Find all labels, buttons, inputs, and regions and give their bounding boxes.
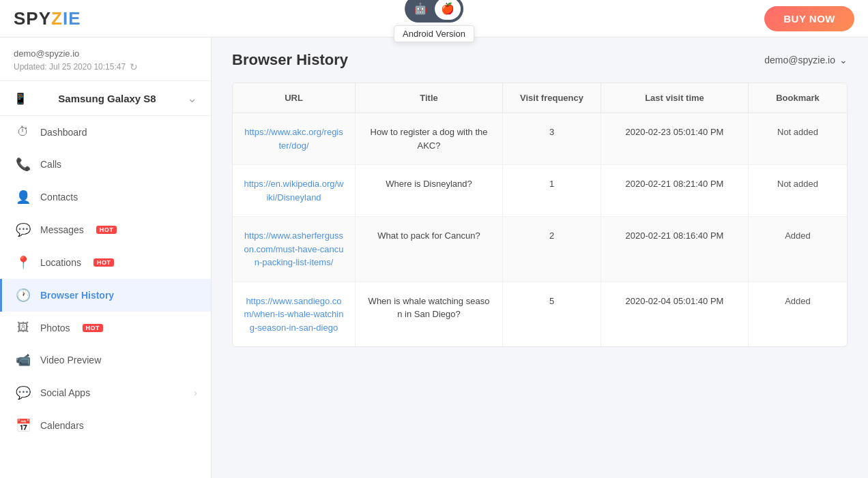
row2-last-visit: 2020-02-21 08:21:40 PM — [601, 165, 749, 216]
sidebar-item-social-apps[interactable]: 💬 Social Apps › — [0, 376, 211, 409]
row4-frequency: 5 — [503, 282, 601, 347]
refresh-icon[interactable]: ↻ — [130, 61, 138, 72]
sidebar-label-video-preview: Video Preview — [40, 355, 101, 365]
sidebar-item-locations[interactable]: 📍 Locations HOT — [0, 246, 211, 279]
photos-icon: 🖼 — [16, 320, 31, 335]
row3-bookmark: Added — [749, 217, 847, 282]
row2-frequency: 1 — [503, 165, 601, 216]
social-apps-icon: 💬 — [16, 385, 31, 400]
logo-z: Z — [51, 8, 63, 29]
logo-ie: IE — [63, 8, 81, 29]
col-frequency: Visit frequency — [503, 83, 601, 113]
sidebar-item-calendars[interactable]: 📅 Calendars — [0, 409, 211, 442]
table-row: https://www.asherfergusson.com/must-have… — [233, 217, 847, 282]
sidebar: demo@spyzie.io Updated: Jul 25 2020 10:1… — [0, 38, 212, 478]
row1-last-visit: 2020-02-23 05:01:40 PM — [601, 113, 749, 164]
table-row: https://www.akc.org/register/dog/ How to… — [233, 113, 847, 165]
sidebar-nav: ⏱ Dashboard 📞 Calls 👤 Contacts 💬 Message… — [0, 116, 211, 442]
ios-platform-button[interactable]: 🍎 — [435, 0, 461, 20]
row1-bookmark: Not added — [749, 113, 847, 164]
page-title: Browser History — [232, 51, 348, 69]
chevron-down-icon: ⌄ — [187, 91, 197, 106]
account-info[interactable]: demo@spyzie.io ⌄ — [764, 55, 848, 65]
updated-time: Updated: Jul 25 2020 10:15:47 ↻ — [14, 61, 197, 72]
calls-icon: 📞 — [16, 157, 31, 172]
contacts-icon: 👤 — [16, 190, 31, 205]
sidebar-label-dashboard: Dashboard — [40, 127, 87, 138]
sidebar-label-contacts: Contacts — [40, 192, 78, 203]
social-apps-arrow-icon: › — [194, 387, 197, 398]
col-last-visit: Last visit time — [601, 83, 749, 113]
sidebar-label-messages: Messages — [40, 224, 84, 235]
row1-url: https://www.akc.org/register/dog/ — [233, 113, 356, 164]
platform-tooltip: Android Version — [394, 25, 474, 42]
locations-hot-badge: HOT — [93, 258, 115, 267]
table-header: URL Title Visit frequency Last visit tim… — [233, 83, 847, 113]
sidebar-item-messages[interactable]: 💬 Messages HOT — [0, 213, 211, 246]
col-title: Title — [356, 83, 503, 113]
messages-hot-badge: HOT — [96, 226, 117, 234]
app-logo: SPYZIE — [14, 8, 81, 29]
device-name: Samsung Galaxy S8 — [58, 93, 156, 104]
row3-url: https://www.asherfergusson.com/must-have… — [233, 217, 356, 282]
sidebar-item-dashboard[interactable]: ⏱ Dashboard — [0, 116, 211, 148]
account-email: demo@spyzie.io — [764, 55, 835, 65]
platform-buttons: 🤖 🍎 — [405, 0, 463, 23]
row2-title: Where is Disneyland? — [356, 165, 503, 216]
browser-history-icon: 🕐 — [16, 288, 31, 303]
account-chevron-icon: ⌄ — [839, 55, 848, 65]
row2-bookmark: Not added — [749, 165, 847, 216]
sidebar-label-calendars: Calendars — [40, 420, 84, 431]
main-layout: demo@spyzie.io Updated: Jul 25 2020 10:1… — [0, 38, 868, 478]
sidebar-label-calls: Calls — [40, 159, 61, 170]
row4-last-visit: 2020-02-04 05:01:40 PM — [601, 282, 749, 347]
row4-title: When is whale watching season in San Die… — [356, 282, 503, 347]
device-selector[interactable]: 📱 Samsung Galaxy S8 ⌄ — [0, 81, 211, 116]
row1-frequency: 3 — [503, 113, 601, 164]
calendars-icon: 📅 — [16, 418, 31, 433]
sidebar-label-social-apps: Social Apps — [40, 387, 90, 398]
table-row: https://www.sandiego.com/when-is-whale-w… — [233, 282, 847, 347]
row4-bookmark: Added — [749, 282, 847, 347]
platform-switcher: 🤖 🍎 Android Version — [394, 0, 474, 42]
sidebar-item-video-preview[interactable]: 📹 Video Preview — [0, 344, 211, 376]
sidebar-label-locations: Locations — [40, 257, 81, 268]
browser-history-table: URL Title Visit frequency Last visit tim… — [232, 83, 848, 347]
content-header: Browser History demo@spyzie.io ⌄ — [232, 51, 848, 69]
video-preview-icon: 📹 — [16, 353, 31, 368]
android-platform-button[interactable]: 🤖 — [407, 0, 433, 20]
col-url: URL — [233, 83, 356, 113]
row2-url: https://en.wikipedia.org/wiki/Disneyland — [233, 165, 356, 216]
table-row: https://en.wikipedia.org/wiki/Disneyland… — [233, 165, 847, 217]
main-content: Browser History demo@spyzie.io ⌄ URL Tit… — [212, 38, 868, 478]
topbar: SPYZIE 🤖 🍎 Android Version BUY NOW — [0, 0, 868, 38]
row4-url: https://www.sandiego.com/when-is-whale-w… — [233, 282, 356, 347]
device-section: demo@spyzie.io Updated: Jul 25 2020 10:1… — [0, 38, 211, 81]
dashboard-icon: ⏱ — [16, 125, 31, 139]
sidebar-item-contacts[interactable]: 👤 Contacts — [0, 181, 211, 213]
buy-now-button[interactable]: BUY NOW — [764, 6, 854, 31]
sidebar-label-browser-history: Browser History — [40, 290, 114, 301]
row3-frequency: 2 — [503, 217, 601, 282]
row3-last-visit: 2020-02-21 08:16:40 PM — [601, 217, 749, 282]
col-bookmark: Bookmark — [749, 83, 847, 113]
locations-icon: 📍 — [16, 255, 31, 270]
updated-time-text: Updated: Jul 25 2020 10:15:47 — [14, 62, 126, 72]
sidebar-item-calls[interactable]: 📞 Calls — [0, 148, 211, 181]
sidebar-item-browser-history[interactable]: 🕐 Browser History — [0, 279, 211, 312]
sidebar-label-photos: Photos — [40, 323, 70, 333]
user-email: demo@spyzie.io — [14, 48, 197, 59]
photos-hot-badge: HOT — [83, 324, 104, 332]
messages-icon: 💬 — [16, 222, 31, 237]
row1-title: How to register a dog with the AKC? — [356, 113, 503, 164]
row3-title: What to pack for Cancun? — [356, 217, 503, 282]
device-icon: 📱 — [14, 92, 27, 105]
logo-spy: SPY — [14, 8, 51, 29]
sidebar-item-photos[interactable]: 🖼 Photos HOT — [0, 312, 211, 344]
